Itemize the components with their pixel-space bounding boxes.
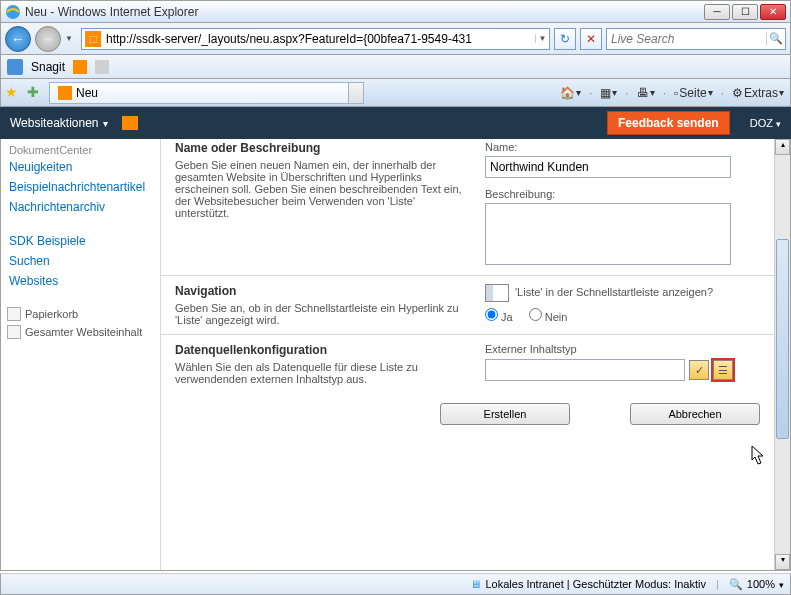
quicklaunch-icon (485, 284, 509, 302)
tools-menu[interactable]: ⚙ Extras ▾ (730, 86, 786, 100)
tab-favicon (58, 86, 72, 100)
nav-section-desc: Geben Sie an, ob in der Schnellstartleis… (175, 302, 465, 326)
feedback-button[interactable]: Feedback senden (607, 111, 730, 135)
nav-item-cut[interactable]: DokumentCenter (9, 144, 92, 156)
status-bar: 🖥 Lokales Intranet | Geschützter Modus: … (0, 573, 791, 595)
vertical-scrollbar[interactable]: ▴ ▾ (774, 139, 790, 570)
snagit-icon[interactable] (7, 59, 23, 75)
name-section-desc: Geben Sie einen neuen Namen ein, der inn… (175, 159, 465, 219)
scroll-up-button[interactable]: ▴ (775, 139, 790, 155)
snagit-tool-1[interactable] (73, 60, 87, 74)
description-label: Beschreibung: (485, 188, 776, 200)
form-area: Name oder Beschreibung Geben Sie einen n… (161, 139, 790, 570)
browser-navbar: ← → ▼ ⬚ ▼ ↻ ✕ 🔍 (0, 23, 791, 55)
ext-contenttype-label: Externer Inhaltstyp (485, 343, 776, 355)
nav-item-sdk[interactable]: SDK Beispiele (9, 231, 152, 251)
security-zone[interactable]: 🖥 Lokales Intranet | Geschützter Modus: … (470, 578, 706, 590)
name-input[interactable] (485, 156, 731, 178)
forward-button[interactable]: → (35, 26, 61, 52)
nav-item-sample[interactable]: Beispielnachrichtenartikel (9, 177, 152, 197)
browse-icon[interactable] (122, 116, 138, 130)
close-button[interactable]: ✕ (760, 4, 786, 20)
pointer-cursor-icon (746, 444, 766, 468)
description-input[interactable] (485, 203, 731, 265)
radio-yes[interactable]: Ja (485, 308, 513, 323)
snagit-toolbar: Snagit (0, 55, 791, 79)
cancel-button[interactable]: Abbrechen (630, 403, 760, 425)
create-button[interactable]: Erstellen (440, 403, 570, 425)
feeds-button[interactable]: ▦ ▾ (598, 86, 619, 100)
new-tab-button[interactable] (348, 82, 364, 104)
nav-history-dropdown[interactable]: ▼ (65, 34, 77, 43)
search-box[interactable]: 🔍 (606, 28, 786, 50)
user-menu[interactable]: DOZ ▾ (750, 117, 781, 129)
url-dropdown[interactable]: ▼ (535, 34, 549, 43)
favorites-icon[interactable]: ★ (5, 84, 23, 102)
url-input[interactable] (104, 32, 535, 46)
print-button[interactable]: 🖶 ▾ (635, 86, 657, 100)
name-section-header: Name oder Beschreibung (175, 141, 465, 155)
back-button[interactable]: ← (5, 26, 31, 52)
zoom-icon: 🔍 (729, 578, 743, 591)
zoom-control[interactable]: 🔍 100% ▾ (729, 578, 784, 591)
nav-item-archive[interactable]: Nachrichtenarchiv (9, 197, 152, 217)
snagit-tool-2[interactable] (95, 60, 109, 74)
nav-item-news[interactable]: Neuigkeiten (9, 157, 152, 177)
page-content: DokumentCenter Neuigkeiten Beispielnachr… (0, 139, 791, 571)
add-favorites-icon[interactable]: ✚ (27, 84, 45, 102)
recycle-icon (7, 307, 21, 321)
nav-item-sites[interactable]: Websites (9, 271, 152, 291)
nav-item-search[interactable]: Suchen (9, 251, 152, 271)
site-favicon: ⬚ (85, 31, 101, 47)
all-content-icon (7, 325, 21, 339)
maximize-button[interactable]: ☐ (732, 4, 758, 20)
datasource-section-header: Datenquellenkonfiguration (175, 343, 465, 357)
radio-no[interactable]: Nein (529, 308, 568, 323)
home-button[interactable]: 🏠 ▾ (558, 86, 583, 100)
quicklaunch-question: 'Liste' in der Schnellstartleiste anzeig… (515, 286, 713, 298)
datasource-section-desc: Wählen Sie den als Datenquelle für diese… (175, 361, 465, 385)
tab-title: Neu (76, 86, 98, 100)
all-content-link[interactable]: Gesamter Websiteinhalt (7, 323, 152, 341)
refresh-button[interactable]: ↻ (554, 28, 576, 50)
ext-contenttype-input[interactable] (485, 359, 685, 381)
page-menu[interactable]: ▫ Seite ▾ (672, 86, 715, 100)
scroll-thumb[interactable] (776, 239, 789, 439)
site-actions-menu[interactable]: Websiteaktionen▾ (10, 116, 138, 130)
snagit-label: Snagit (31, 60, 65, 74)
stop-button[interactable]: ✕ (580, 28, 602, 50)
ie-icon (5, 4, 21, 20)
search-input[interactable] (607, 32, 766, 46)
sharepoint-ribbon: Websiteaktionen▾ Feedback senden DOZ ▾ (0, 107, 791, 139)
address-bar[interactable]: ⬚ ▼ (81, 28, 550, 50)
internet-zone-icon: 🖥 (470, 578, 481, 590)
nav-section-header: Navigation (175, 284, 465, 298)
name-label: Name: (485, 141, 776, 153)
search-icon[interactable]: 🔍 (766, 32, 785, 45)
check-contenttype-button[interactable]: ✓ (689, 360, 709, 380)
browser-tab[interactable]: Neu (49, 82, 349, 104)
tab-bar: ★ ✚ Neu 🏠 ▾· ▦ ▾· 🖶 ▾· ▫ Seite ▾· ⚙ Extr… (0, 79, 791, 107)
recycle-bin-link[interactable]: Papierkorb (7, 305, 152, 323)
window-titlebar: Neu - Windows Internet Explorer ─ ☐ ✕ (0, 0, 791, 23)
minimize-button[interactable]: ─ (704, 4, 730, 20)
scroll-down-button[interactable]: ▾ (775, 554, 790, 570)
window-title: Neu - Windows Internet Explorer (25, 5, 704, 19)
quick-launch: DokumentCenter Neuigkeiten Beispielnachr… (1, 139, 161, 570)
browse-contenttype-button[interactable]: ☰ (713, 360, 733, 380)
